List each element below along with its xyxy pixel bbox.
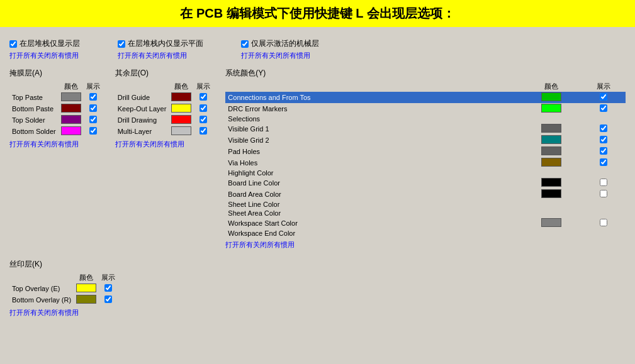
show-checkbox[interactable] — [89, 93, 97, 101]
system-link[interactable]: 打开所有关闭所有惯用 — [225, 241, 295, 248]
color-swatch[interactable] — [541, 158, 561, 167]
show-checkbox-cell[interactable] — [84, 126, 103, 137]
color-cell[interactable] — [522, 103, 581, 114]
color-cell[interactable] — [74, 283, 99, 294]
show-checkbox-cell[interactable] — [99, 294, 118, 306]
show-checkbox[interactable] — [600, 136, 607, 143]
option3-checkbox[interactable] — [241, 40, 249, 48]
show-checkbox[interactable] — [600, 219, 607, 226]
table-row[interactable]: Board Area Color — [225, 189, 626, 200]
show-checkbox[interactable] — [600, 147, 607, 155]
show-checkbox-cell[interactable] — [84, 103, 103, 114]
show-checkbox-cell[interactable] — [84, 114, 103, 126]
show-checkbox-cell[interactable] — [581, 229, 626, 238]
color-swatch[interactable] — [541, 124, 561, 133]
color-swatch[interactable] — [541, 189, 561, 198]
show-checkbox-cell[interactable] — [581, 135, 626, 146]
color-cell[interactable] — [522, 157, 581, 168]
show-checkbox[interactable] — [199, 104, 207, 112]
color-swatch[interactable] — [541, 146, 561, 155]
color-swatch[interactable] — [76, 284, 96, 292]
color-swatch[interactable] — [171, 126, 191, 135]
option2-link[interactable]: 打开所有关闭所有惯用 — [118, 51, 203, 60]
color-cell[interactable] — [522, 218, 581, 229]
color-swatch[interactable] — [171, 104, 191, 113]
color-cell[interactable] — [522, 146, 581, 157]
table-row[interactable]: Bottom Solder — [9, 126, 103, 137]
color-swatch[interactable] — [61, 92, 81, 101]
color-cell[interactable] — [74, 294, 99, 306]
color-swatch[interactable] — [541, 178, 561, 187]
show-checkbox-cell[interactable] — [194, 92, 213, 103]
show-checkbox[interactable] — [199, 127, 207, 135]
color-cell[interactable] — [522, 177, 581, 189]
table-row[interactable]: Top Paste — [9, 92, 103, 103]
table-row[interactable]: Workspace Start Color — [225, 218, 626, 229]
table-row[interactable]: Visible Grid 2 — [225, 135, 626, 146]
show-checkbox[interactable] — [600, 93, 607, 101]
table-row[interactable]: Board Line Color — [225, 177, 626, 189]
color-cell[interactable] — [522, 135, 581, 146]
show-checkbox[interactable] — [104, 284, 112, 292]
show-checkbox-cell[interactable] — [581, 209, 626, 218]
color-cell[interactable] — [522, 229, 581, 238]
color-swatch[interactable] — [541, 135, 561, 144]
color-cell[interactable] — [522, 168, 581, 177]
show-checkbox[interactable] — [89, 116, 97, 123]
table-row[interactable]: Top Solder — [9, 114, 103, 126]
color-swatch[interactable] — [76, 295, 96, 304]
show-checkbox-cell[interactable] — [581, 123, 626, 135]
show-checkbox[interactable] — [89, 104, 97, 112]
show-checkbox[interactable] — [89, 127, 97, 135]
table-row[interactable]: Sheet Area Color — [225, 209, 626, 218]
option1-checkbox[interactable] — [9, 40, 17, 48]
color-cell[interactable] — [59, 103, 84, 114]
show-checkbox-cell[interactable] — [581, 218, 626, 229]
table-row[interactable]: Drill Guide — [115, 92, 213, 103]
show-checkbox[interactable] — [104, 295, 112, 303]
table-row[interactable]: Drill Drawing — [115, 114, 213, 126]
table-row[interactable]: Sheet Line Color — [225, 200, 626, 209]
show-checkbox-cell[interactable] — [581, 114, 626, 123]
silkscreen-link[interactable]: 打开所有关闭所有惯用 — [9, 309, 79, 316]
color-cell[interactable] — [59, 92, 84, 103]
color-swatch[interactable] — [171, 92, 191, 101]
color-swatch[interactable] — [61, 104, 81, 113]
color-cell[interactable] — [522, 209, 581, 218]
show-checkbox-cell[interactable] — [581, 103, 626, 114]
color-cell[interactable] — [169, 114, 194, 126]
color-swatch[interactable] — [541, 218, 561, 227]
show-checkbox-cell[interactable] — [84, 92, 103, 103]
table-row[interactable]: Visible Grid 1 — [225, 123, 626, 135]
show-checkbox-cell[interactable] — [581, 146, 626, 157]
mask-link[interactable]: 打开所有关闭所有惯用 — [9, 140, 79, 148]
option3-link[interactable]: 打开所有关闭所有惯用 — [241, 51, 319, 60]
table-row[interactable]: Via Holes — [225, 157, 626, 168]
color-cell[interactable] — [522, 200, 581, 209]
table-row[interactable]: Connections and From Tos — [225, 92, 626, 103]
table-row[interactable]: DRC Error Markers — [225, 103, 626, 114]
show-checkbox[interactable] — [600, 124, 607, 132]
table-row[interactable]: Workspace End Color — [225, 229, 626, 238]
color-cell[interactable] — [522, 189, 581, 200]
color-swatch[interactable] — [541, 92, 561, 101]
show-checkbox[interactable] — [199, 93, 207, 101]
option2-checkbox[interactable] — [118, 40, 125, 48]
show-checkbox-cell[interactable] — [581, 168, 626, 177]
table-row[interactable]: Top Overlay (E) — [9, 283, 118, 294]
other-link[interactable]: 打开所有关闭所有惯用 — [115, 140, 184, 148]
show-checkbox-cell[interactable] — [581, 177, 626, 189]
color-cell[interactable] — [59, 126, 84, 137]
color-cell[interactable] — [522, 123, 581, 135]
option1-link[interactable]: 打开所有关闭所有惯用 — [9, 51, 80, 60]
show-checkbox[interactable] — [600, 179, 607, 186]
show-checkbox[interactable] — [600, 158, 607, 166]
table-row[interactable]: Pad Holes — [225, 146, 626, 157]
color-cell[interactable] — [522, 92, 581, 103]
color-swatch[interactable] — [61, 126, 81, 135]
show-checkbox[interactable] — [199, 116, 207, 123]
color-swatch[interactable] — [171, 115, 191, 124]
show-checkbox-cell[interactable] — [99, 283, 118, 294]
table-row[interactable]: Highlight Color — [225, 168, 626, 177]
color-cell[interactable] — [59, 114, 84, 126]
